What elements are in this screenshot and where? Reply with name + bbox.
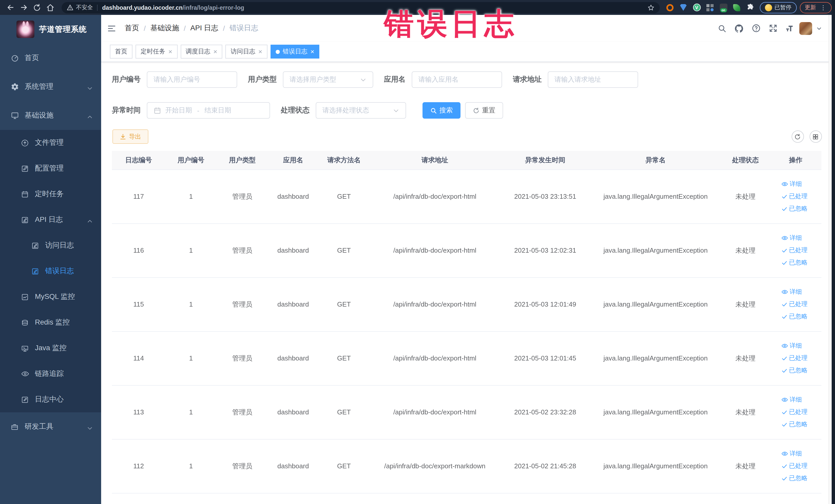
avatar[interactable] xyxy=(799,22,812,35)
process-status-select[interactable]: 请选择处理状态 xyxy=(316,102,406,119)
table-cell: 未处理 xyxy=(721,385,770,439)
action-已忽略[interactable]: 已忽略 xyxy=(781,204,810,213)
scrollbar-gutter[interactable] xyxy=(828,15,831,504)
refresh-button[interactable] xyxy=(791,130,804,143)
table-cell: 1 xyxy=(165,277,217,331)
column-settings-button[interactable] xyxy=(809,130,822,143)
switch-on-icon[interactable]: on xyxy=(719,3,728,12)
action-已忽略[interactable]: 已忽略 xyxy=(781,258,810,267)
action-详细[interactable]: 详细 xyxy=(781,234,810,242)
action-已处理[interactable]: 已处理 xyxy=(781,354,810,363)
file-icon xyxy=(21,138,29,147)
search-icon[interactable] xyxy=(717,23,727,33)
tab-close-icon[interactable]: × xyxy=(258,48,262,55)
action-已处理[interactable]: 已处理 xyxy=(781,246,810,255)
tab-0[interactable]: 首页 xyxy=(110,45,133,59)
app-logo[interactable]: 芋道管理系统 xyxy=(0,15,101,44)
action-已忽略[interactable]: 已忽略 xyxy=(781,474,810,483)
table-cell: 1 xyxy=(165,439,217,493)
java-icon xyxy=(21,344,29,352)
sidebar-item-7[interactable]: 访问日志 xyxy=(0,233,101,258)
sidebar-item-11[interactable]: Java 监控 xyxy=(0,335,101,361)
table-cell: 116 xyxy=(112,223,165,277)
not-secure-warning-icon[interactable] xyxy=(67,4,74,11)
calendar-icon xyxy=(154,106,161,114)
tab-close-icon[interactable]: × xyxy=(168,48,172,55)
sidebar-item-0[interactable]: 首页 xyxy=(0,44,101,73)
tab-close-icon[interactable]: × xyxy=(311,48,314,55)
select-arrow-icon xyxy=(360,76,367,83)
reload-icon[interactable] xyxy=(32,2,42,13)
vue-devtools-icon[interactable]: V xyxy=(692,3,701,12)
action-详细[interactable]: 详细 xyxy=(781,449,810,458)
action-已处理[interactable]: 已处理 xyxy=(781,192,810,201)
tab-3[interactable]: 访问日志× xyxy=(225,45,267,59)
address-bar[interactable]: 不安全 dashboard.yudao.iocoder.cn/infra/log… xyxy=(62,2,659,13)
forward-arrow-icon[interactable] xyxy=(19,2,29,13)
sidebar-item-14[interactable]: 研发工具 xyxy=(0,412,101,441)
table-cell: 未处理 xyxy=(721,439,770,493)
sidebar-item-13[interactable]: 日志中心 xyxy=(0,387,101,412)
action-已忽略[interactable]: 已忽略 xyxy=(781,312,810,321)
tab-4[interactable]: 错误日志× xyxy=(270,45,320,59)
search-button[interactable]: 搜索 xyxy=(423,102,461,119)
action-已处理[interactable]: 已处理 xyxy=(781,300,810,309)
sidebar-item-3[interactable]: 文件管理 xyxy=(0,130,101,156)
log-icon xyxy=(21,216,29,224)
action-详细[interactable]: 详细 xyxy=(781,287,810,296)
action-已忽略[interactable]: 已忽略 xyxy=(781,366,810,375)
back-arrow-icon[interactable] xyxy=(5,2,15,13)
chrome-update-button[interactable]: 更新 ⋮ xyxy=(799,2,831,13)
sidebar-item-4[interactable]: 配置管理 xyxy=(0,156,101,181)
user-id-input[interactable]: 请输入用户编号 xyxy=(147,72,237,88)
home-icon[interactable] xyxy=(45,2,56,13)
sidebar-item-8[interactable]: 错误日志 xyxy=(0,258,101,284)
tabs-grid-icon[interactable] xyxy=(706,3,714,12)
leaf-extension-icon[interactable] xyxy=(732,3,741,12)
sidebar-item-10[interactable]: Redis 监控 xyxy=(0,310,101,335)
action-已忽略[interactable]: 已忽略 xyxy=(781,420,810,429)
browser-menu-icon[interactable]: ⋮ xyxy=(820,4,826,11)
action-详细[interactable]: 详细 xyxy=(781,396,810,404)
sidebar-item-2[interactable]: 基础设施 xyxy=(0,101,101,130)
tab-2[interactable]: 调度日志× xyxy=(180,45,222,59)
app-name-input[interactable]: 请输入应用名 xyxy=(412,72,502,88)
breadcrumb-item[interactable]: 首页 xyxy=(125,24,139,33)
sidebar-item-12[interactable]: 链路追踪 xyxy=(0,361,101,387)
puzzle-extension-icon[interactable] xyxy=(746,3,754,12)
action-已处理[interactable]: 已处理 xyxy=(781,408,810,417)
edit-box-icon xyxy=(21,164,29,173)
table-cell: GET xyxy=(318,439,370,493)
bookmark-star-icon[interactable] xyxy=(647,4,654,11)
font-size-icon[interactable] xyxy=(785,23,795,33)
table-row: 1141管理员dashboardGET/api/infra/db-doc/exp… xyxy=(112,331,821,385)
page-content: 用户编号请输入用户编号用户类型请选择用户类型应用名请输入应用名请求地址请输入请求… xyxy=(101,62,835,493)
user-type-select[interactable]: 请选择用户类型 xyxy=(283,72,373,88)
chevron-down-icon[interactable] xyxy=(816,25,822,31)
fullscreen-icon[interactable] xyxy=(768,23,778,33)
sidebar-item-9[interactable]: MySQL 监控 xyxy=(0,284,101,310)
sidebar-item-1[interactable]: 系统管理 xyxy=(0,73,101,101)
tab-close-icon[interactable]: × xyxy=(213,48,217,55)
hamburger-icon[interactable] xyxy=(106,23,117,33)
action-已处理[interactable]: 已处理 xyxy=(781,462,810,470)
breadcrumb-item[interactable]: 基础设施 xyxy=(150,24,179,33)
exception-time-range-input[interactable]: 开始日期-结束日期 xyxy=(147,102,270,119)
action-详细[interactable]: 详细 xyxy=(781,341,810,350)
profile-paused-button[interactable]: 已暂停 xyxy=(759,2,796,13)
sidebar-item-5[interactable]: 定时任务 xyxy=(0,181,101,207)
action-详细[interactable]: 详细 xyxy=(781,180,810,188)
export-button[interactable]: 导出 xyxy=(113,129,148,144)
github-icon[interactable] xyxy=(734,23,744,33)
breadcrumb-item[interactable]: API 日志 xyxy=(190,24,219,33)
reset-button[interactable]: 重置 xyxy=(465,102,503,119)
tab-1[interactable]: 定时任务× xyxy=(136,45,177,59)
request-url-input[interactable]: 请输入请求地址 xyxy=(548,72,638,88)
browser-window: 不安全 dashboard.yudao.iocoder.cn/infra/log… xyxy=(0,0,835,504)
orange-extension-icon[interactable] xyxy=(666,3,674,12)
eye-icon xyxy=(781,181,788,187)
table-cell: 1 xyxy=(165,169,217,223)
docs-icon[interactable] xyxy=(751,23,761,33)
shield-extension-icon[interactable] xyxy=(679,3,688,12)
sidebar-item-6[interactable]: API 日志 xyxy=(0,207,101,233)
